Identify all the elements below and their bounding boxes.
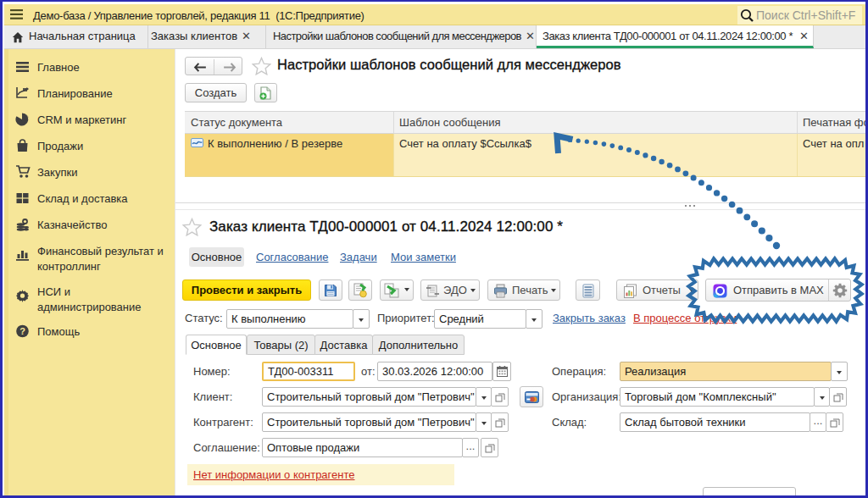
svg-text:?: ? — [19, 326, 25, 336]
